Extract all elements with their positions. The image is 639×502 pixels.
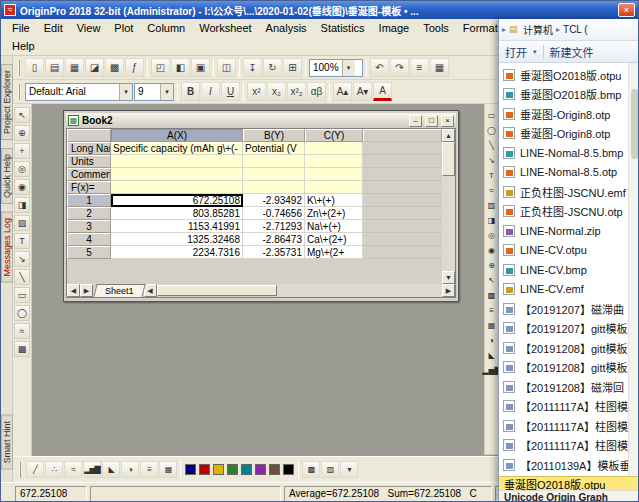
pan-tool-icon[interactable]: + bbox=[14, 143, 30, 159]
menu-image[interactable]: Image bbox=[372, 20, 417, 36]
polyline-tool-icon[interactable]: ≈ bbox=[14, 323, 30, 339]
arrow-tool-icon[interactable]: ↘ bbox=[14, 251, 30, 267]
palette-swatch[interactable] bbox=[255, 464, 266, 475]
new-matrix-icon[interactable]: ▩ bbox=[105, 58, 124, 77]
selected-cell[interactable]: 672.25108 bbox=[111, 194, 243, 207]
breadcrumb-computer[interactable]: 计算机 bbox=[523, 22, 553, 37]
row-header[interactable]: Long Name bbox=[67, 142, 111, 155]
palette-swatch[interactable] bbox=[241, 464, 252, 475]
subsuperscript-icon[interactable]: x²₂ bbox=[287, 82, 306, 101]
menu-tools[interactable]: Tools bbox=[416, 20, 456, 36]
screen-reader-tool-icon[interactable]: ◉ bbox=[14, 179, 30, 195]
list-item[interactable]: LINE-CV.otpu bbox=[499, 241, 628, 261]
list-item[interactable]: 正负柱图-JSCNU.otp bbox=[499, 202, 628, 222]
list-item[interactable]: 【20111117A】柱图模 bbox=[499, 416, 628, 436]
list-item[interactable]: 垂涎图-Origin8.otp bbox=[499, 124, 628, 144]
minimize-icon[interactable]: – bbox=[409, 115, 422, 127]
circle-tool-icon[interactable]: ◯ bbox=[486, 124, 498, 136]
row-header[interactable]: 3 bbox=[67, 220, 111, 233]
menu-worksheet[interactable]: Worksheet bbox=[192, 20, 258, 36]
hscrollbar-thumb[interactable] bbox=[157, 285, 277, 296]
screen-reader-icon[interactable]: ◉ bbox=[486, 244, 498, 256]
data-selector-tool-icon[interactable]: ◨ bbox=[14, 197, 30, 213]
redo-icon[interactable]: ↷ bbox=[390, 58, 409, 77]
tab-quick-help[interactable]: Quick Help bbox=[1, 148, 13, 204]
palette-swatch[interactable] bbox=[283, 464, 294, 475]
selector-tool-icon[interactable]: ◨ bbox=[486, 214, 498, 226]
cell[interactable]: K\+(+) bbox=[305, 194, 363, 207]
list-item[interactable]: 【20191208】gitt模板 bbox=[499, 358, 628, 378]
list-item[interactable]: 垂涎图O2018版.otpu bbox=[499, 65, 628, 85]
tab-smart-hint[interactable]: Smart Hint bbox=[1, 415, 13, 470]
area-plot-icon[interactable]: ◣ bbox=[102, 461, 120, 478]
fill-tool-icon[interactable]: ▩ bbox=[14, 341, 30, 357]
chevron-down-icon[interactable]: ▾ bbox=[342, 60, 355, 76]
data-reader-tool-icon[interactable]: ◎ bbox=[14, 161, 30, 177]
menu-plot[interactable]: Plot bbox=[107, 20, 140, 36]
cell[interactable]: 1153.41991 bbox=[111, 220, 243, 233]
subscript-icon[interactable]: x₂ bbox=[267, 82, 286, 101]
toolbar-drag-handle[interactable] bbox=[18, 84, 21, 100]
hscrollbar-track[interactable] bbox=[277, 284, 442, 297]
cell[interactable] bbox=[243, 181, 305, 194]
sheet-corner[interactable] bbox=[67, 129, 111, 142]
line-tool-icon[interactable]: ╲ bbox=[14, 269, 30, 285]
list-item[interactable]: LINE-CV.emf bbox=[499, 280, 628, 300]
cell[interactable]: 803.85281 bbox=[111, 207, 243, 220]
palette-swatch[interactable] bbox=[227, 464, 238, 475]
mask-tool-icon[interactable]: ▨ bbox=[14, 215, 30, 231]
data-reader-icon[interactable]: ◎ bbox=[486, 229, 498, 241]
list-item[interactable]: LINE-Nomal-8.5.otp bbox=[499, 163, 628, 183]
chevron-down-icon[interactable]: ▾ bbox=[119, 84, 132, 100]
list-item[interactable]: 【20111117A】柱图模 bbox=[499, 397, 628, 417]
fill-color-icon[interactable]: ▩ bbox=[302, 461, 320, 478]
list-item[interactable]: 【20191208】磁滞回 bbox=[499, 377, 628, 397]
list-item[interactable]: 【20110139A】模板垂 bbox=[499, 455, 628, 475]
row-header[interactable]: 4 bbox=[67, 233, 111, 246]
menu-column[interactable]: Column bbox=[140, 20, 192, 36]
hscroll-right-icon[interactable]: ▶ bbox=[442, 284, 455, 297]
menu-edit[interactable]: Edit bbox=[37, 20, 70, 36]
column-plot-icon[interactable]: ▂▅▇ bbox=[83, 461, 101, 478]
increase-font-icon[interactable]: A▴ bbox=[333, 82, 352, 101]
cell[interactable] bbox=[305, 155, 363, 168]
rectangle-tool-icon[interactable]: ▭ bbox=[486, 109, 498, 121]
import-icon[interactable]: ↧ bbox=[243, 58, 262, 77]
cell[interactable]: 2234.7316 bbox=[111, 246, 243, 259]
list-item[interactable]: LINE-Nomal-8.5.bmp bbox=[499, 143, 628, 163]
breadcrumb-drive[interactable]: TCL ( bbox=[563, 24, 588, 35]
underline-icon[interactable]: U bbox=[221, 82, 240, 101]
toolbar-drag-handle[interactable] bbox=[19, 462, 22, 478]
scroll-up-icon[interactable]: ▲ bbox=[442, 129, 455, 142]
cell[interactable]: Ca\+(2+) bbox=[305, 233, 363, 246]
new-file-button[interactable]: 新建文件 bbox=[550, 44, 594, 60]
cell[interactable] bbox=[111, 181, 243, 194]
stack-plot-icon[interactable]: ≡ bbox=[410, 58, 429, 77]
panel-scrollbar[interactable] bbox=[628, 63, 639, 476]
pointer-icon[interactable]: ↖ bbox=[486, 274, 498, 286]
stack-plot-icon[interactable]: ≡ bbox=[486, 304, 498, 316]
close-icon[interactable]: × bbox=[441, 115, 454, 127]
menu-help[interactable]: Help bbox=[5, 38, 42, 54]
menu-file[interactable]: File bbox=[5, 20, 37, 36]
cell[interactable] bbox=[111, 168, 243, 181]
row-header[interactable]: 5 bbox=[67, 246, 111, 259]
row-header[interactable]: Comments bbox=[67, 168, 111, 181]
tab-scroll-left-icon[interactable]: ◀ bbox=[67, 284, 80, 297]
palette-swatch[interactable] bbox=[185, 464, 196, 475]
chevron-down-icon[interactable]: ▾ bbox=[160, 84, 173, 100]
line-plot-icon[interactable]: ╱ bbox=[26, 461, 44, 478]
list-item[interactable]: LINE-Normal.zip bbox=[499, 221, 628, 241]
cell[interactable]: Specific capacity (mAh g\+(- bbox=[111, 142, 243, 155]
titlebar[interactable]: ≈ OriginPro 2018 32-bit (Administrator) … bbox=[1, 1, 638, 19]
list-item[interactable]: 垂涎图O2018版.bmp bbox=[499, 85, 628, 105]
chevron-down-icon[interactable]: ▾ bbox=[533, 48, 537, 56]
list-item[interactable]: 【20191207】gitt模板 bbox=[499, 319, 628, 339]
cell[interactable]: -2.93492 bbox=[243, 194, 305, 207]
cell[interactable] bbox=[243, 168, 305, 181]
list-item[interactable]: 正负柱图-JSCNU.emf bbox=[499, 182, 628, 202]
new-project-icon[interactable]: ▯ bbox=[25, 58, 44, 77]
row-header[interactable]: 2 bbox=[67, 207, 111, 220]
hscroll-left-icon[interactable]: ◀ bbox=[144, 284, 157, 297]
palette-swatch[interactable] bbox=[213, 464, 224, 475]
